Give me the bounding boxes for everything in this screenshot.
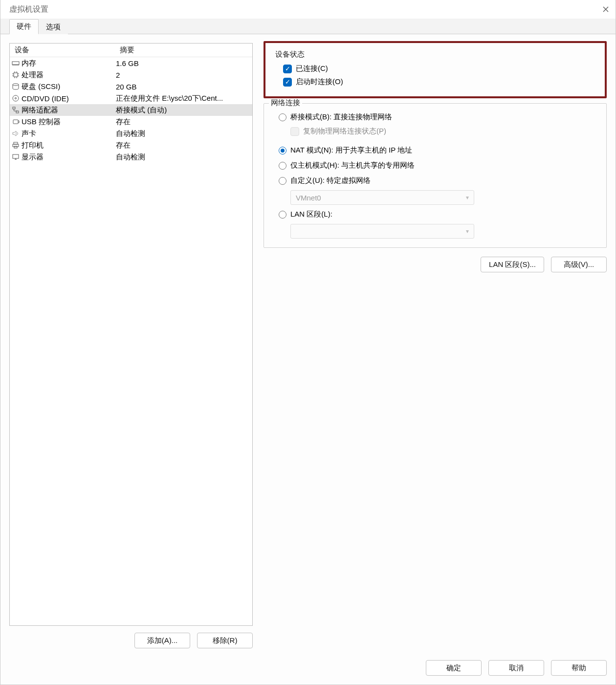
svg-rect-6 (16, 111, 19, 113)
svg-rect-8 (14, 142, 18, 144)
add-button[interactable]: 添加(A)... (134, 633, 190, 648)
device-name: 内存 (22, 59, 115, 68)
device-row[interactable]: 网络适配器桥接模式 (自动) (10, 104, 252, 116)
titlebar: 虚拟机设置 (0, 0, 616, 19)
device-summary: 20 GB (115, 83, 252, 91)
svg-rect-0 (12, 62, 19, 65)
custom-label: 自定义(U): 特定虚拟网络 (290, 176, 371, 185)
device-summary: 自动检测 (115, 129, 252, 138)
bridged-radio[interactable] (279, 113, 286, 121)
cd-icon (10, 94, 22, 102)
tabs: 硬件 选项 (0, 19, 616, 34)
dialog-bottom-bar: 确定 取消 帮助 (0, 654, 616, 685)
hostonly-label: 仅主机模式(H): 与主机共享的专用网络 (290, 161, 415, 170)
col-header-device[interactable]: 设备 (10, 44, 115, 57)
device-summary: 自动检测 (115, 153, 252, 162)
network-icon (10, 106, 22, 114)
advanced-button[interactable]: 高级(V)... (551, 257, 607, 272)
device-name: 网络适配器 (22, 106, 115, 115)
chevron-down-icon: ▾ (466, 194, 469, 201)
device-name: 处理器 (22, 70, 115, 80)
connected-checkbox[interactable]: ✓ (283, 65, 292, 73)
tab-options[interactable]: 选项 (39, 20, 68, 34)
device-table: 设备 摘要 内存1.6 GB处理器2硬盘 (SCSI)20 GBCD/DVD (… (9, 43, 253, 626)
memory-icon (10, 59, 22, 67)
device-row[interactable]: 处理器2 (10, 69, 252, 81)
connected-label: 已连接(C) (296, 64, 328, 73)
custom-radio[interactable] (279, 177, 286, 185)
network-connection-legend: 网络连接 (269, 98, 302, 108)
device-name: USB 控制器 (22, 117, 115, 127)
window-title: 虚拟机设置 (9, 4, 48, 15)
connect-at-poweron-label: 启动时连接(O) (296, 77, 343, 87)
device-table-header: 设备 摘要 (10, 44, 252, 57)
device-summary: 存在 (115, 117, 252, 127)
svg-point-4 (15, 98, 17, 99)
device-row[interactable]: 声卡自动检测 (10, 128, 252, 139)
device-name: 显示器 (22, 153, 115, 162)
ok-button[interactable]: 确定 (426, 660, 482, 676)
svg-rect-7 (13, 120, 18, 124)
replicate-checkbox (290, 127, 299, 136)
vm-settings-window: 虚拟机设置 硬件 选项 设备 摘要 内存1.6 GB处理器2硬盘 (SCSI)2… (0, 0, 616, 685)
svg-point-2 (13, 84, 19, 86)
lansegment-select: ▾ (290, 224, 474, 239)
device-name: CD/DVD (IDE) (22, 94, 115, 103)
cancel-button[interactable]: 取消 (488, 660, 544, 676)
lansegment-label: LAN 区段(L): (290, 210, 332, 219)
disk-icon (10, 83, 22, 90)
connect-at-poweron-checkbox[interactable]: ✓ (283, 78, 292, 87)
custom-vnet-select: VMnet0 ▾ (290, 190, 474, 205)
device-summary: 存在 (115, 141, 252, 150)
device-row[interactable]: USB 控制器存在 (10, 116, 252, 128)
device-row[interactable]: 打印机存在 (10, 139, 252, 151)
svg-rect-1 (14, 73, 18, 77)
usb-icon (10, 118, 22, 126)
device-name: 硬盘 (SCSI) (22, 82, 115, 91)
hostonly-radio[interactable] (279, 162, 286, 170)
device-row[interactable]: 内存1.6 GB (10, 57, 252, 69)
printer-icon (10, 141, 22, 149)
device-status-group: 设备状态 ✓ 已连接(C) ✓ 启动时连接(O) (266, 45, 604, 93)
nat-radio[interactable] (279, 147, 286, 155)
display-icon (10, 153, 22, 161)
device-row[interactable]: CD/DVD (IDE)正在使用文件 E:\ysc\20下\Cent... (10, 92, 252, 104)
svg-point-3 (13, 95, 19, 101)
device-summary: 1.6 GB (115, 59, 252, 67)
custom-vnet-value: VMnet0 (296, 194, 321, 202)
network-connection-group: 网络连接 桥接模式(B): 直接连接物理网络 复制物理网络连接状态(P) NAT… (264, 103, 607, 248)
device-status-highlight: 设备状态 ✓ 已连接(C) ✓ 启动时连接(O) (264, 41, 607, 98)
close-icon[interactable] (599, 2, 613, 16)
sound-icon (10, 130, 22, 137)
device-status-legend: 设备状态 (272, 50, 598, 62)
device-name: 打印机 (22, 141, 115, 150)
replicate-label: 复制物理网络连接状态(P) (303, 127, 386, 136)
help-button[interactable]: 帮助 (551, 660, 607, 676)
col-header-summary[interactable]: 摘要 (115, 44, 252, 57)
device-summary: 2 (115, 71, 252, 79)
bridged-label: 桥接模式(B): 直接连接物理网络 (290, 112, 392, 122)
lan-segments-button[interactable]: LAN 区段(S)... (481, 257, 544, 272)
device-name: 声卡 (22, 129, 115, 138)
cpu-icon (10, 71, 22, 79)
svg-rect-5 (13, 107, 15, 109)
device-row[interactable]: 硬盘 (SCSI)20 GB (10, 81, 252, 92)
svg-rect-11 (13, 155, 19, 158)
device-row[interactable]: 显示器自动检测 (10, 151, 252, 163)
lansegment-radio[interactable] (279, 211, 286, 219)
device-summary: 正在使用文件 E:\ysc\20下\Cent... (115, 94, 252, 103)
chevron-down-icon: ▾ (466, 228, 469, 235)
device-summary: 桥接模式 (自动) (115, 106, 252, 115)
nat-label: NAT 模式(N): 用于共享主机的 IP 地址 (290, 146, 412, 155)
remove-button[interactable]: 移除(R) (197, 633, 253, 648)
tab-hardware[interactable]: 硬件 (9, 19, 39, 34)
